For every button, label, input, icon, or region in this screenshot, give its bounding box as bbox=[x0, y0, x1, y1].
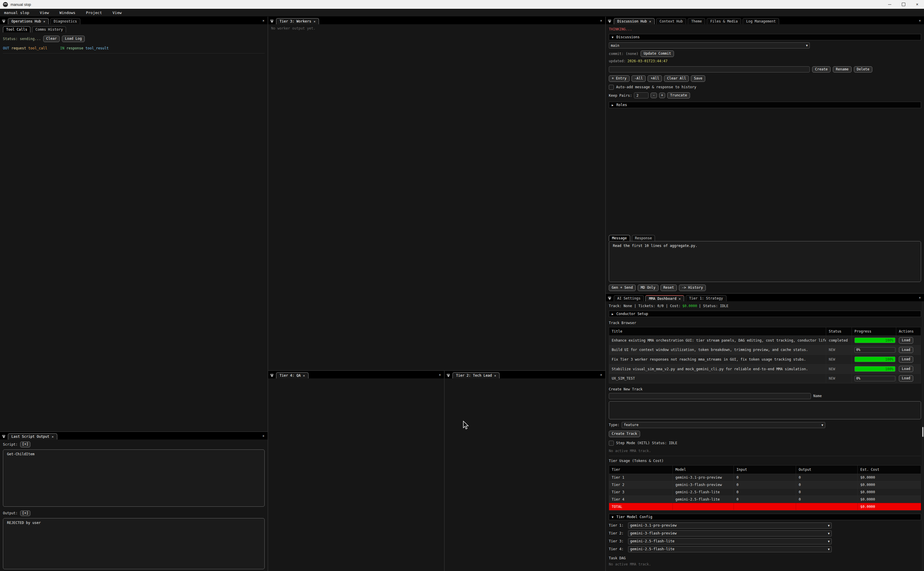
reset-button[interactable]: Reset bbox=[661, 285, 677, 291]
keep-pairs-input[interactable] bbox=[634, 93, 648, 99]
tab-context-hub[interactable]: Context Hub bbox=[656, 18, 686, 24]
md-only-button[interactable]: MD Only bbox=[638, 285, 658, 291]
keep-pairs-increment-button[interactable]: + bbox=[659, 93, 665, 99]
table-row[interactable]: Stabilize visual_sim_mma_v2.py and mock_… bbox=[609, 364, 921, 374]
load-track-button[interactable]: Load bbox=[899, 356, 913, 363]
track-description-textbox[interactable] bbox=[609, 401, 921, 419]
tab-ai-settings[interactable]: AI Settings bbox=[614, 295, 644, 301]
collapse-all-button[interactable]: -All bbox=[631, 76, 646, 82]
delete-discussion-button[interactable]: Delete bbox=[854, 66, 872, 73]
gen-send-button[interactable]: Gen + Send bbox=[609, 285, 636, 291]
tab-theme[interactable]: Theme bbox=[688, 18, 705, 24]
discussion-name-input[interactable] bbox=[609, 66, 810, 73]
message-textbox[interactable]: Read the first 10 lines of aggregate.py. bbox=[609, 241, 921, 282]
update-commit-button[interactable]: Update Commit bbox=[641, 51, 674, 57]
menu-item-project[interactable]: Project bbox=[86, 11, 102, 15]
add-entry-button[interactable]: + Entry bbox=[609, 76, 630, 82]
create-track-button[interactable]: Create Track bbox=[609, 431, 640, 437]
table-row[interactable]: Build UI for context window utilization,… bbox=[609, 345, 921, 355]
tier1-model-select[interactable]: gemini-3.1-pro-preview bbox=[628, 523, 832, 529]
output-expand-button[interactable]: [+] bbox=[20, 511, 31, 516]
rename-discussion-button[interactable]: Rename bbox=[833, 66, 851, 73]
tier3-model-select[interactable]: gemini-2.5-flash-lite bbox=[628, 538, 832, 545]
to-history-button[interactable]: -> History bbox=[679, 285, 706, 291]
menu-item-windows[interactable]: Windows bbox=[59, 11, 75, 15]
discussion-select[interactable]: main bbox=[609, 42, 810, 48]
dock-collapse-icon[interactable] bbox=[446, 374, 450, 377]
menu-item-view-2[interactable]: View bbox=[112, 11, 122, 15]
close-button[interactable] bbox=[910, 0, 924, 9]
script-expand-button[interactable]: [+] bbox=[20, 441, 31, 448]
workspace: Operations Hub Diagnostics Tool Calls Co… bbox=[0, 17, 924, 571]
tab-last-script-output[interactable]: Last Script Output bbox=[8, 434, 57, 440]
tab-response[interactable]: Response bbox=[632, 235, 655, 241]
load-log-button[interactable]: Load Log bbox=[62, 35, 85, 42]
load-track-button[interactable]: Load bbox=[899, 366, 913, 372]
table-row[interactable]: UX_SIM_TEST NEW 0% Load bbox=[609, 374, 921, 383]
scrollbar-thumb[interactable] bbox=[922, 427, 923, 437]
clear-all-button[interactable]: Clear All bbox=[664, 76, 689, 82]
tab-tool-calls[interactable]: Tool Calls bbox=[3, 26, 30, 32]
panel-close-icon[interactable] bbox=[262, 19, 265, 23]
tab-close-icon[interactable] bbox=[494, 373, 496, 378]
dock-collapse-icon[interactable] bbox=[2, 435, 6, 438]
tab-tier1-strategy[interactable]: Tier 1: Strategy bbox=[685, 295, 727, 301]
maximize-button[interactable] bbox=[896, 0, 910, 9]
tab-tier3-workers[interactable]: Tier 3: Workers bbox=[276, 18, 319, 24]
tab-close-icon[interactable] bbox=[52, 435, 54, 438]
tab-close-icon[interactable] bbox=[313, 19, 316, 23]
tab-close-icon[interactable] bbox=[303, 373, 305, 378]
tab-discussion-hub[interactable]: Discussion Hub bbox=[614, 18, 654, 24]
table-row[interactable]: Fix Tier 3 worker responses not reaching… bbox=[609, 355, 921, 364]
panel-close-icon[interactable] bbox=[262, 434, 265, 438]
conductor-setup-section-header[interactable]: Conductor Setup bbox=[609, 311, 921, 317]
tab-operations-hub[interactable]: Operations Hub bbox=[8, 18, 49, 24]
panel-close-icon[interactable] bbox=[599, 373, 603, 378]
minimize-button[interactable] bbox=[883, 0, 896, 9]
tab-mma-dashboard[interactable]: MMA Dashboard bbox=[645, 295, 684, 301]
tab-close-icon[interactable] bbox=[649, 19, 651, 23]
menu-item-view[interactable]: View bbox=[40, 11, 49, 15]
expand-all-button[interactable]: +All bbox=[648, 76, 662, 82]
panel-close-icon[interactable] bbox=[438, 373, 442, 378]
discussions-section-header[interactable]: Discussions bbox=[609, 34, 921, 40]
output-textbox[interactable]: REJECTED by user bbox=[3, 518, 265, 569]
truncate-button[interactable]: Truncate bbox=[667, 93, 690, 99]
tab-message[interactable]: Message bbox=[609, 235, 630, 241]
load-track-button[interactable]: Load bbox=[899, 337, 913, 344]
tab-tier2-tech-lead[interactable]: Tier 2: Tech Lead bbox=[453, 372, 499, 378]
save-button[interactable]: Save bbox=[691, 76, 705, 82]
auto-add-checkbox[interactable] bbox=[609, 85, 614, 90]
dock-collapse-icon[interactable] bbox=[270, 374, 274, 377]
tab-tier4-qa[interactable]: Tier 4: QA bbox=[276, 372, 308, 378]
tier2-model-select[interactable]: gemini-3-flash-preview bbox=[628, 530, 832, 537]
load-track-button[interactable]: Load bbox=[899, 347, 913, 353]
roles-section-header[interactable]: Roles bbox=[609, 102, 921, 108]
tab-files-media[interactable]: Files & Media bbox=[707, 18, 741, 24]
load-track-button[interactable]: Load bbox=[899, 375, 913, 382]
create-discussion-button[interactable]: Create bbox=[812, 66, 830, 73]
tab-log-management[interactable]: Log Management bbox=[742, 18, 779, 24]
dock-collapse-icon[interactable] bbox=[2, 20, 6, 23]
tier4-model-select[interactable]: gemini-2.5-flash-lite bbox=[628, 546, 832, 552]
menu-item-manual-slop[interactable]: manual slop bbox=[4, 11, 29, 15]
track-type-select[interactable]: feature bbox=[622, 422, 825, 428]
step-mode-checkbox[interactable] bbox=[609, 441, 614, 446]
panel-close-icon[interactable] bbox=[918, 295, 922, 300]
tier-model-config-section-header[interactable]: Tier Model Config bbox=[609, 514, 921, 520]
clear-button[interactable]: Clear bbox=[43, 35, 60, 42]
tab-close-icon[interactable] bbox=[679, 296, 681, 301]
track-name-input[interactable] bbox=[609, 393, 811, 399]
vertical-scrollbar[interactable] bbox=[922, 301, 924, 570]
script-textbox[interactable]: Get-ChildItem bbox=[3, 449, 265, 507]
tab-diagnostics[interactable]: Diagnostics bbox=[50, 18, 80, 24]
dock-collapse-icon[interactable] bbox=[270, 20, 274, 23]
dock-collapse-icon[interactable] bbox=[607, 297, 612, 300]
tab-close-icon[interactable] bbox=[43, 19, 45, 23]
panel-close-icon[interactable] bbox=[918, 19, 922, 23]
dock-collapse-icon[interactable] bbox=[607, 20, 612, 23]
panel-close-icon[interactable] bbox=[599, 19, 603, 23]
table-row[interactable]: Enhance existing MMA orchestration GUI: … bbox=[609, 336, 921, 346]
keep-pairs-decrement-button[interactable]: - bbox=[651, 93, 657, 99]
tab-comms-history[interactable]: Comms History bbox=[32, 26, 66, 32]
